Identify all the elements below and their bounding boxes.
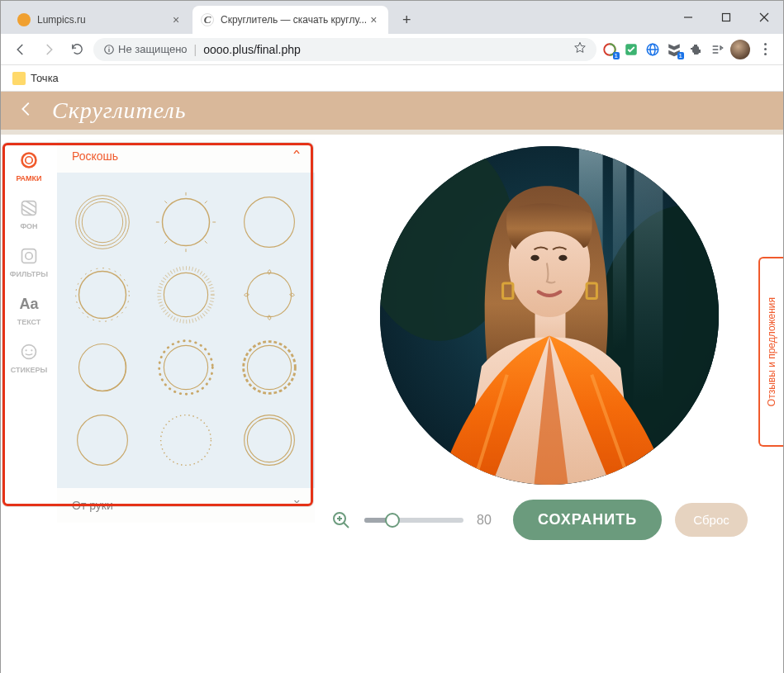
tool-text[interactable]: Aa ТЕКСТ [17,293,41,326]
svg-point-20 [75,196,129,249]
frame-thumb[interactable] [69,189,135,255]
media-icon[interactable] [709,41,725,58]
tool-stickers[interactable]: СТИКЕРЫ [11,341,48,374]
extension-icon-4[interactable]: 1 [666,41,682,58]
preview-image[interactable] [380,146,719,485]
tool-background[interactable]: ФОН [18,197,40,230]
browser-menu-button[interactable] [755,40,775,59]
svg-point-12 [22,154,36,168]
extension-icon-1[interactable]: 1 [601,41,618,58]
maximize-button[interactable] [707,1,745,34]
frame-thumb[interactable] [236,262,302,328]
svg-point-23 [162,199,209,246]
svg-rect-52 [612,146,625,349]
zoom-slider[interactable] [364,518,463,523]
tool-rail: РАМКИ ФОН ФИЛЬТРЫ Aa ТЕКСТ [1,140,57,523]
svg-point-19 [31,349,32,351]
info-icon [103,44,115,55]
close-window-button[interactable] [745,1,783,34]
browser-toolbar: Не защищено | oooo.plus/final.php 1 1 [1,34,783,65]
zoom-value: 80 [477,513,500,528]
frame-thumb[interactable] [236,407,302,473]
close-icon[interactable]: × [169,13,183,26]
frame-thumb[interactable] [236,334,302,400]
url-text: oooo.plus/final.php [203,43,301,56]
tool-frames[interactable]: РАМКИ [16,149,41,182]
svg-line-61 [344,523,349,528]
category-luxury-header[interactable]: Роскошь ˄ [57,140,315,174]
svg-line-30 [164,241,167,244]
svg-line-31 [205,241,207,244]
profile-avatar[interactable] [730,40,750,59]
reset-button[interactable]: Сброс [675,503,748,537]
titlebar: Lumpics.ru × C Скруглитель — скачать кру… [1,1,783,34]
svg-point-42 [248,345,292,389]
tab-title: Lumpics.ru [37,14,169,26]
svg-rect-15 [22,249,36,263]
svg-point-6 [108,46,109,47]
controls-bar: 80 СОХРАНИТЬ Сброс [331,485,767,540]
svg-point-41 [159,341,213,395]
back-arrow-button[interactable] [17,100,36,121]
favicon-lumpics [17,13,31,26]
svg-point-40 [164,345,207,389]
window-controls [669,1,783,34]
zoom-in-icon[interactable] [331,510,351,530]
frame-thumb[interactable] [153,334,219,400]
address-bar[interactable]: Не защищено | oooo.plus/final.php [93,38,596,61]
save-button[interactable]: СОХРАНИТЬ [513,500,662,540]
extensions-button[interactable] [687,41,704,58]
frames-panel: Роскошь ˄ [57,140,315,523]
svg-point-45 [161,415,211,466]
svg-point-36 [159,268,213,322]
svg-point-33 [78,272,126,319]
svg-point-44 [77,415,127,466]
reload-button[interactable] [65,38,88,61]
svg-point-57 [558,255,567,261]
frame-thumb[interactable] [153,407,219,473]
page-viewport: Скруглитель РАМКИ ФОН [1,92,783,673]
svg-point-35 [164,273,207,316]
svg-point-16 [26,253,32,259]
bookmark-star-icon[interactable] [573,41,587,57]
frame-thumb[interactable] [69,334,135,400]
frame-thumb[interactable] [153,262,219,328]
brand-logo: Скруглитель [52,97,187,124]
canvas-area: 80 СОХРАНИТЬ Сброс [315,140,783,673]
extension-icon-3[interactable] [644,41,661,58]
frames-icon [18,149,40,171]
forward-button[interactable] [37,38,60,61]
tool-filters[interactable]: ФИЛЬТРЫ [10,245,48,278]
chevron-up-icon: ˄ [292,149,302,164]
svg-point-46 [245,415,295,466]
svg-rect-1 [723,14,730,21]
frame-thumb[interactable] [236,189,302,255]
stickers-icon [18,341,40,363]
feedback-tab[interactable]: Отзывы и предложения [758,257,783,447]
category-handdrawn-header[interactable]: От руки ˅ [57,488,315,523]
chevron-down-icon: ˅ [292,499,302,512]
frame-thumb[interactable] [69,262,135,328]
tab-lumpics[interactable]: Lumpics.ru × [9,6,191,34]
svg-point-43 [244,342,296,394]
minimize-button[interactable] [669,1,707,34]
slider-thumb[interactable] [385,513,400,528]
tab-skruglitel[interactable]: C Скруглитель — скачать круглу... × [192,6,388,34]
svg-point-17 [22,345,36,359]
close-icon[interactable]: × [367,13,380,26]
svg-point-38 [71,336,134,399]
frame-thumb[interactable] [153,189,219,255]
svg-point-22 [82,201,122,242]
text-icon: Aa [18,293,40,315]
tab-title: Скруглитель — скачать круглу... [221,14,367,26]
extension-icon-2[interactable] [623,41,639,58]
svg-point-56 [530,255,539,261]
svg-point-47 [248,418,292,462]
new-tab-button[interactable]: + [395,8,418,31]
background-icon [18,197,40,219]
svg-point-32 [245,197,295,248]
back-button[interactable] [9,38,32,61]
frame-thumb[interactable] [69,407,135,473]
bookmark-item[interactable]: Точка [31,72,59,84]
svg-point-18 [26,349,27,351]
